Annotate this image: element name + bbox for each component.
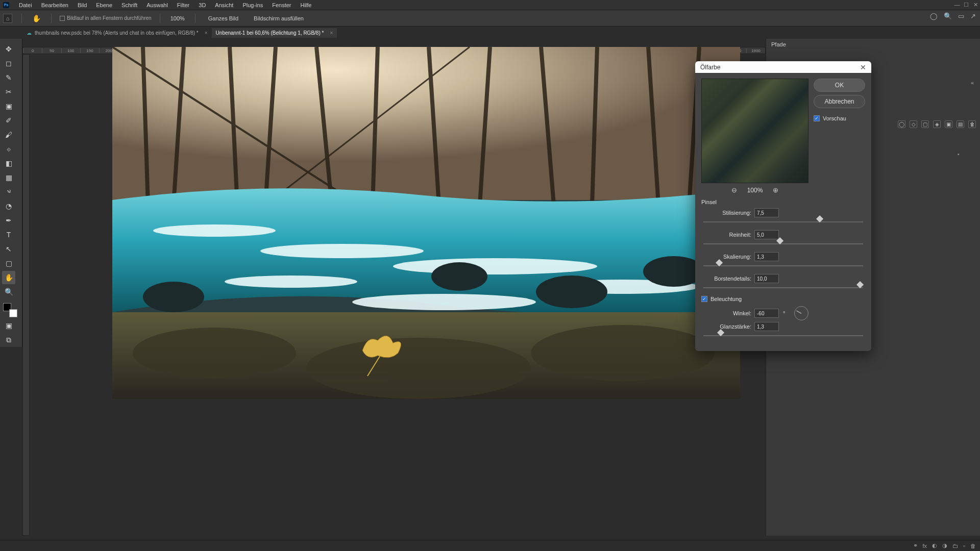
svg-point-26	[133, 328, 296, 379]
reinheit-slider[interactable]	[703, 241, 863, 247]
menu-image[interactable]: Bild	[73, 2, 91, 8]
panel-icon-4[interactable]: ◈	[933, 120, 941, 128]
svg-rect-0	[112, 47, 740, 200]
ok-button[interactable]: OK	[814, 79, 865, 92]
dialog-preview[interactable]	[701, 79, 808, 183]
frame-tool-icon[interactable]: ▣	[2, 99, 15, 113]
zoom-in-icon[interactable]: ⊕	[773, 186, 778, 194]
stilisierung-label: Stilisierung:	[701, 210, 751, 216]
tab-document-1[interactable]: ☁thumbnails new.psdc bei 78% (Alerts und…	[22, 28, 212, 38]
menu-3d[interactable]: 3D	[194, 2, 210, 8]
glanz-input[interactable]	[754, 322, 779, 331]
adjustment-icon[interactable]: ◑	[942, 542, 947, 549]
crop-tool-icon[interactable]: ✂	[2, 85, 15, 98]
options-bar: ⌂ ✋ Bildlauf in allen Fenstern durchführ…	[0, 10, 980, 27]
blur-tool-icon[interactable]: ༄	[2, 185, 15, 198]
move-tool-icon[interactable]: ✥	[2, 42, 15, 56]
dodge-tool-icon[interactable]: ◔	[2, 199, 15, 213]
glanz-slider[interactable]	[703, 333, 863, 339]
winkel-input[interactable]	[754, 309, 779, 318]
panel-icon-6[interactable]: ▤	[957, 120, 964, 128]
document-tabs: ☁thumbnails new.psdc bei 78% (Alerts und…	[22, 27, 337, 38]
tab-document-2[interactable]: Unbenannt-1 bei 60,6% (Belichtung 1, RGB…	[212, 28, 337, 38]
brush-tool-icon[interactable]: 🖌	[2, 128, 15, 141]
shape-tool-icon[interactable]: ▢	[2, 257, 15, 270]
gradient-tool-icon[interactable]: ▦	[2, 171, 15, 184]
home-icon[interactable]: ⌂	[3, 14, 12, 23]
panel-icon-3[interactable]: ▢	[921, 120, 929, 128]
menu-window[interactable]: Fenster	[267, 2, 296, 8]
borstendetails-input[interactable]	[754, 274, 779, 283]
folder-icon[interactable]: 🗀	[952, 543, 958, 549]
share-icon[interactable]: ↗	[970, 12, 976, 20]
oil-paint-dialog: Ölfarbe ✕ ⊖ 100% ⊕ OK Abbrechen ✓Vorscha…	[695, 61, 871, 351]
stilisierung-input[interactable]	[754, 208, 779, 217]
window-minimize-icon[interactable]: —	[952, 0, 962, 9]
hand-tool-icon[interactable]: ✋	[2, 271, 15, 284]
dialog-close-icon[interactable]: ✕	[860, 63, 866, 71]
clone-tool-icon[interactable]: ⟐	[2, 142, 15, 156]
tab-close-icon[interactable]: ×	[205, 30, 208, 36]
winkel-unit: °	[783, 310, 785, 316]
zoom-value[interactable]: 100%	[170, 15, 185, 21]
tab-close-icon[interactable]: ×	[330, 30, 333, 36]
color-swatch[interactable]	[3, 303, 14, 314]
panel-icon-5[interactable]: ▣	[945, 120, 952, 128]
lasso-tool-icon[interactable]: ✎	[2, 71, 15, 84]
menu-plugins[interactable]: Plug-ins	[238, 2, 267, 8]
menu-file[interactable]: Datei	[14, 2, 37, 8]
menu-filter[interactable]: Filter	[173, 2, 194, 8]
stilisierung-slider[interactable]	[703, 219, 863, 225]
panel-icon-2[interactable]: ◇	[910, 120, 917, 128]
fx-icon[interactable]: fx	[923, 543, 927, 549]
angle-dial[interactable]	[794, 306, 808, 320]
reinheit-input[interactable]	[754, 230, 779, 239]
eraser-tool-icon[interactable]: ◧	[2, 157, 15, 170]
marquee-tool-icon[interactable]: ◻	[2, 57, 15, 70]
canvas-image[interactable]	[112, 47, 740, 399]
skalierung-input[interactable]	[754, 252, 779, 261]
search-icon[interactable]: 🔍	[944, 12, 952, 20]
cloud-icon[interactable]: ◯	[930, 12, 938, 20]
window-close-icon[interactable]: ✕	[971, 0, 980, 9]
beleuchtung-checkbox[interactable]: ✓	[701, 296, 707, 302]
path-tool-icon[interactable]: ↖	[2, 242, 15, 256]
zoom-tool-icon[interactable]: 🔍	[2, 285, 15, 298]
mask-icon[interactable]: ◐	[932, 542, 937, 549]
pen-tool-icon[interactable]: ✒	[2, 214, 15, 227]
panel-tab-paths[interactable]: Pfade	[771, 41, 786, 47]
menu-select[interactable]: Auswahl	[142, 2, 173, 8]
hand-tool-icon[interactable]: ✋	[32, 14, 41, 22]
zoom-out-icon[interactable]: ⊖	[731, 186, 737, 194]
cancel-button[interactable]: Abbrechen	[814, 95, 865, 108]
menu-edit[interactable]: Bearbeiten	[37, 2, 73, 8]
ruler-vertical	[22, 54, 30, 536]
svg-point-19	[225, 276, 357, 288]
panel-icon-1[interactable]: ◯	[898, 120, 905, 128]
menu-help[interactable]: Hilfe	[296, 2, 316, 8]
scroll-all-checkbox[interactable]	[60, 16, 65, 21]
link-icon[interactable]: ⚭	[913, 542, 918, 549]
menu-type[interactable]: Schrift	[117, 2, 142, 8]
workspace-icon[interactable]: ▭	[958, 12, 964, 20]
borstendetails-slider[interactable]	[703, 285, 863, 291]
skalierung-slider[interactable]	[703, 263, 863, 269]
bottom-icon-bar: ⚭ fx ◐ ◑ 🗀 ▫ 🗑	[0, 540, 980, 551]
preview-checkbox[interactable]: ✓	[814, 115, 820, 121]
fit-screen-button[interactable]: Ganzes Bild	[203, 13, 244, 24]
quickmask-icon[interactable]: ▣	[2, 319, 15, 332]
fill-screen-button[interactable]: Bildschirm ausfüllen	[248, 13, 309, 24]
menu-layer[interactable]: Ebene	[91, 2, 117, 8]
panel-collapse-icon[interactable]: «	[971, 80, 974, 86]
panel-trash-icon[interactable]: 🗑	[968, 120, 976, 128]
trash-icon[interactable]: 🗑	[970, 543, 976, 549]
borstendetails-label: Borstendetails:	[701, 276, 751, 282]
new-icon[interactable]: ▫	[963, 543, 965, 549]
type-tool-icon[interactable]: T	[2, 228, 15, 241]
window-maximize-icon[interactable]: ☐	[962, 0, 971, 9]
ruler-mark: 150	[80, 48, 99, 53]
eyedropper-tool-icon[interactable]: ✐	[2, 114, 15, 127]
cloud-doc-icon: ☁	[27, 30, 32, 36]
screenmode-icon[interactable]: ⧉	[2, 333, 15, 346]
menu-view[interactable]: Ansicht	[210, 2, 238, 8]
